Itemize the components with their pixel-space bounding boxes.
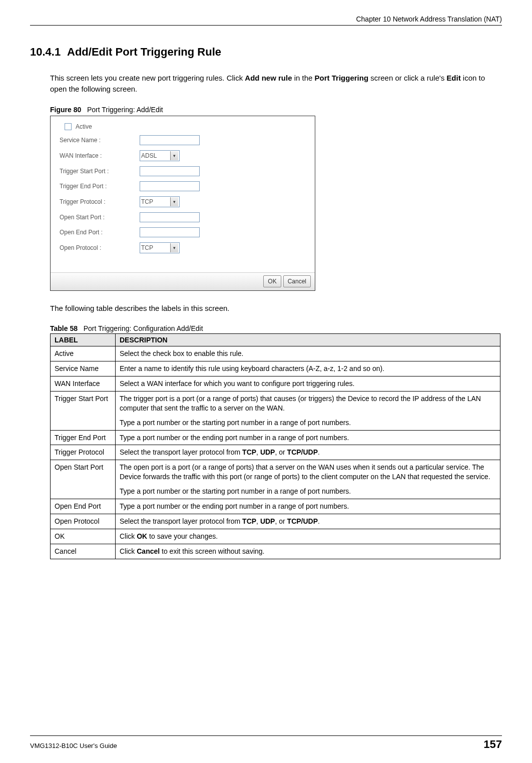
section-number: 10.4.1 [30, 46, 67, 59]
row-label: Trigger Start Port [51, 391, 116, 430]
row-desc: Enter a name to identify this rule using… [116, 361, 500, 376]
row-label: Trigger End Port [51, 430, 116, 445]
open-protocol-label: Open Protocol : [60, 244, 140, 251]
row-label: Trigger Protocol [51, 445, 116, 460]
active-checkbox[interactable] [65, 123, 72, 130]
page-footer: VMG1312-B10C User's Guide 157 [30, 735, 502, 751]
service-name-label: Service Name : [60, 137, 140, 144]
row-label: Open Protocol [51, 514, 116, 529]
active-row: Active [60, 123, 306, 131]
trigger-protocol-select[interactable]: TCP▾ [140, 196, 180, 207]
open-end-port-label: Open End Port : [60, 229, 140, 236]
trigger-start-port-input[interactable] [140, 166, 200, 176]
row-label: Service Name [51, 361, 116, 376]
open-start-port-input[interactable] [140, 212, 200, 222]
open-protocol-select[interactable]: TCP▾ [140, 242, 180, 253]
table-row: OK Click OK to save your changes. [51, 529, 500, 544]
table-row: Service Name Enter a name to identify th… [51, 361, 500, 376]
table-header-description: DESCRIPTION [116, 334, 500, 346]
table-row: Active Select the check box to enable th… [51, 346, 500, 361]
service-name-input[interactable] [140, 135, 200, 145]
open-end-port-input[interactable] [140, 227, 200, 237]
row-desc: Type a port number or the ending port nu… [116, 430, 500, 445]
header-rule [30, 25, 502, 26]
row-desc: Click Cancel to exit this screen without… [116, 544, 500, 559]
row-label: Active [51, 346, 116, 361]
row-desc: Select the check box to enable this rule… [116, 346, 500, 361]
row-label: WAN Interface [51, 376, 116, 392]
trigger-protocol-label: Trigger Protocol : [60, 198, 140, 205]
table-row: Open Protocol Select the transport layer… [51, 514, 500, 529]
active-label: Active [76, 123, 92, 130]
cancel-button[interactable]: Cancel [283, 275, 311, 287]
row-label: Cancel [51, 544, 116, 559]
row-desc: Select the transport layer protocol from… [116, 445, 500, 460]
dialog-footer: OK Cancel [51, 272, 315, 290]
table-row: Cancel Click Cancel to exit this screen … [51, 544, 500, 559]
wan-interface-select[interactable]: ADSL▾ [140, 150, 180, 161]
section-heading: 10.4.1Add/Edit Port Triggering Rule [30, 46, 502, 59]
row-label: OK [51, 529, 116, 544]
row-desc: Select a WAN interface for which you wan… [116, 376, 500, 392]
footer-guide-name: VMG1312-B10C User's Guide [30, 742, 117, 749]
trigger-end-port-label: Trigger End Port : [60, 183, 140, 190]
table-intro: The following table describes the labels… [50, 303, 502, 314]
ok-button[interactable]: OK [263, 275, 281, 287]
row-label: Open End Port [51, 499, 116, 514]
trigger-end-port-input[interactable] [140, 181, 200, 191]
footer-page-number: 157 [483, 738, 502, 751]
table-caption: Table 58 Port Triggering: Configuration … [50, 324, 502, 332]
chapter-header: Chapter 10 Network Address Translation (… [30, 15, 502, 23]
table-row: Trigger End Port Type a port number or t… [51, 430, 500, 445]
table-row: Trigger Protocol Select the transport la… [51, 445, 500, 460]
figure-caption: Figure 80 Port Triggering: Add/Edit [50, 106, 502, 114]
open-start-port-label: Open Start Port : [60, 214, 140, 221]
row-desc: The trigger port is a port (or a range o… [116, 391, 500, 430]
figure-screenshot: Active Service Name : WAN Interface : AD… [50, 116, 315, 291]
chevron-down-icon: ▾ [170, 151, 178, 160]
row-desc: Select the transport layer protocol from… [116, 514, 500, 529]
chevron-down-icon: ▾ [170, 243, 178, 252]
chevron-down-icon: ▾ [170, 197, 178, 206]
row-label: Open Start Port [51, 460, 116, 499]
footer-rule [30, 735, 502, 736]
row-desc: Click OK to save your changes. [116, 529, 500, 544]
table-row: Trigger Start Port The trigger port is a… [51, 391, 500, 430]
wan-interface-label: WAN Interface : [60, 152, 140, 159]
intro-paragraph: This screen lets you create new port tri… [50, 73, 502, 95]
table-header-label: LABEL [51, 334, 116, 346]
trigger-start-port-label: Trigger Start Port : [60, 168, 140, 175]
row-desc: Type a port number or the ending port nu… [116, 499, 500, 514]
table-row: Open Start Port The open port is a port … [51, 460, 500, 499]
description-table: LABEL DESCRIPTION Active Select the chec… [50, 333, 500, 559]
section-title: Add/Edit Port Triggering Rule [67, 46, 221, 58]
table-row: Open End Port Type a port number or the … [51, 499, 500, 514]
row-desc: The open port is a port (or a range of p… [116, 460, 500, 499]
table-row: WAN Interface Select a WAN interface for… [51, 376, 500, 392]
